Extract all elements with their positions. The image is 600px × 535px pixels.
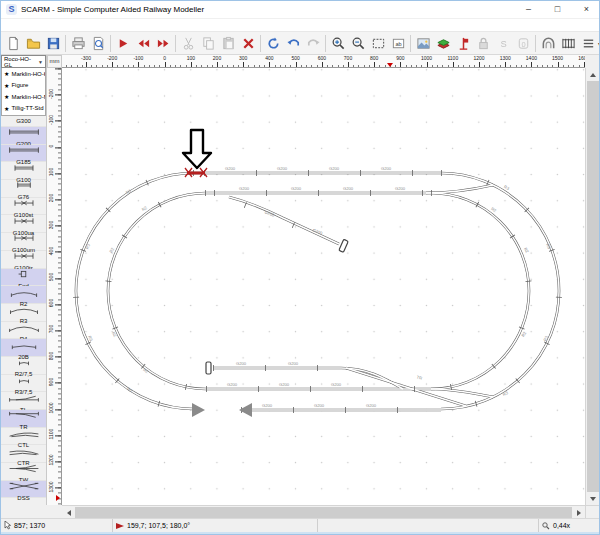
v-ruler-label: 300 <box>48 215 54 235</box>
library-list-item[interactable]: ★ Marklin-HO-K <box>2 68 45 80</box>
status-bar: 857; 1370 159,7; 107,5; 180,0° 0,44x <box>1 518 600 532</box>
report-list-button[interactable] <box>578 33 598 53</box>
buffer-stop-top[interactable] <box>339 239 348 252</box>
bottom-left-fill <box>1 505 62 518</box>
zoom-in-button[interactable] <box>328 33 348 53</box>
h-ruler-label: 600 <box>311 55 333 61</box>
zoom-normal-button[interactable]: ab <box>388 33 408 53</box>
track-segment-label: G200 <box>395 186 406 191</box>
ruler-cursor-marker-v <box>56 495 60 501</box>
snap-badge-button: S <box>493 33 513 53</box>
track-segment-label: G200 <box>236 361 247 366</box>
library-select[interactable]: Roco-HO-GL ▼ <box>1 55 46 68</box>
track-piece-item[interactable]: DSS <box>1 481 46 499</box>
h-ruler-label: 1400 <box>520 55 542 61</box>
scroll-up-button[interactable] <box>586 68 599 81</box>
track-segment-label: R2 <box>523 247 530 255</box>
v-ruler-label: 700 <box>48 319 54 339</box>
selection-info-value: 159,7; 107,5; 180,0° <box>127 522 190 529</box>
library-list-item[interactable]: ★ Tillig-TT-Std <box>2 103 45 115</box>
inner-loop-right-curve[interactable] <box>431 193 529 389</box>
cursor-arrow <box>183 130 211 168</box>
delete-button[interactable] <box>238 33 258 53</box>
library-item-label: Tillig-TT-Std <box>11 105 43 111</box>
h-ruler-label: 1100 <box>442 55 464 61</box>
zoom-fit-button[interactable] <box>368 33 388 53</box>
inner-loop-left-curve[interactable] <box>108 193 206 389</box>
vertical-scroll-thumb[interactable] <box>587 81 599 492</box>
undo-button[interactable] <box>283 33 303 53</box>
select-track-button[interactable] <box>113 33 133 53</box>
star-icon: ★ <box>4 105 9 112</box>
horizontal-scrollbar[interactable] <box>62 505 585 518</box>
paste-button <box>218 33 238 53</box>
minimize-button[interactable]: – <box>514 1 543 19</box>
status-message-area <box>318 519 539 532</box>
bridges-button[interactable] <box>558 33 578 53</box>
track-segment-label: G200 <box>329 166 340 171</box>
redo-button <box>303 33 323 53</box>
new-document-button[interactable] <box>3 33 23 53</box>
track-piece-icon <box>7 159 41 177</box>
track-piece-icon <box>7 247 41 265</box>
selected-track-piece[interactable] <box>185 168 207 177</box>
vertical-scrollbar[interactable] <box>585 68 599 505</box>
zoom-level-value: 0,44x <box>553 522 570 529</box>
track-segment-label: G200 <box>262 403 273 408</box>
track-segment-label: G200 <box>225 166 236 171</box>
h-ruler-label: 800 <box>363 55 385 61</box>
scroll-down-button[interactable] <box>586 492 599 505</box>
h-ruler-label: 1300 <box>494 55 516 61</box>
heights-flag-button[interactable] <box>453 33 473 53</box>
star-icon: ★ <box>4 93 9 100</box>
track-piece-icon <box>7 353 41 371</box>
top-right-crossover[interactable] <box>426 185 493 193</box>
track-piece-label: DSS <box>17 495 29 501</box>
layers-button[interactable] <box>433 33 453 53</box>
track-piece-list: G300 G200 G185 G100 G76 G100st <box>1 116 46 504</box>
h-ruler-label: 900 <box>389 55 411 61</box>
v-ruler-label: -200 <box>48 84 54 104</box>
background-image-button[interactable] <box>413 33 433 53</box>
library-select-value: Roco-HO-GL <box>4 56 38 68</box>
tunnels-button[interactable] <box>538 33 558 53</box>
horizontal-scroll-thumb[interactable] <box>75 507 572 518</box>
close-button[interactable]: × <box>572 1 600 19</box>
track-piece-icon <box>7 336 41 354</box>
library-item-label: Marklin-HO-M <box>11 94 46 100</box>
svg-text:0: 0 <box>521 39 525 48</box>
rotate-button[interactable] <box>263 33 283 53</box>
v-ruler-label: 1100 <box>48 424 54 444</box>
zoom-out-button[interactable] <box>348 33 368 53</box>
track-segment-label: G200 <box>277 166 288 171</box>
track-segment-label: TR <box>416 374 423 380</box>
previous-track-button[interactable] <box>133 33 153 53</box>
save-file-button[interactable] <box>43 33 63 53</box>
library-list-item[interactable]: ★ Figure <box>2 80 45 92</box>
cursor-position-icon <box>4 521 11 530</box>
track-piece-icon <box>7 265 41 283</box>
open-file-button[interactable] <box>23 33 43 53</box>
ruler-cursor-marker-h <box>387 63 393 67</box>
scarm-window: S SCARM - Simple Computer Aided Railway … <box>0 0 600 535</box>
chevron-down-icon: ▼ <box>38 59 43 65</box>
library-list-item[interactable]: ★ Marklin-HO-M <box>2 91 45 103</box>
lock-button <box>473 33 493 53</box>
track-piece-icon <box>7 141 41 159</box>
cut-button <box>178 33 198 53</box>
open-end-arrow-left <box>239 403 252 417</box>
track-segment-label: G200 <box>381 166 392 171</box>
siding-merge-curve[interactable] <box>341 368 403 389</box>
maximize-button[interactable]: □ <box>543 1 572 19</box>
svg-text:ab: ab <box>395 40 401 46</box>
buffer-stop-bottom[interactable] <box>206 362 211 374</box>
outer-loop-right-curve[interactable] <box>441 173 559 409</box>
layout-canvas[interactable]: G200G200G200G200G200G200G200G200G200G200… <box>62 68 585 505</box>
print-button[interactable] <box>68 33 88 53</box>
print-preview-button[interactable] <box>88 33 108 53</box>
ruler-unit-box: mm <box>47 55 62 68</box>
track-segment-label: G200 <box>314 403 325 408</box>
next-track-button[interactable] <box>153 33 173 53</box>
track-plan[interactable]: G200G200G200G200G200G200G200G200G200G200… <box>62 68 585 505</box>
outer-loop-left-curve[interactable] <box>76 173 194 409</box>
